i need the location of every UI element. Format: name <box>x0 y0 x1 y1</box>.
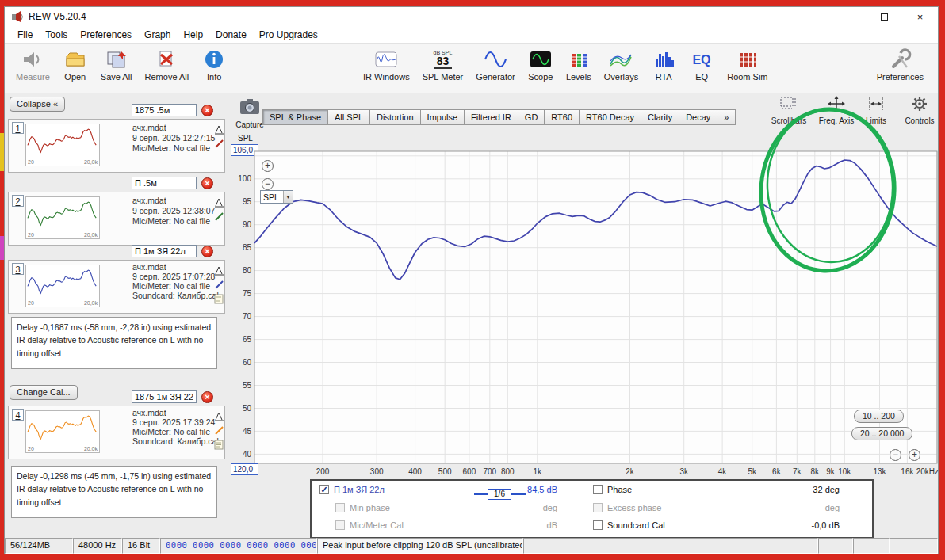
svg-text:200: 200 <box>316 467 330 476</box>
info-button[interactable]: Info <box>195 45 233 82</box>
tab-all-spl[interactable]: All SPL <box>328 109 370 125</box>
scope-button[interactable]: Scope <box>522 45 560 82</box>
menu-help[interactable]: Help <box>177 28 209 42</box>
spl-chart[interactable]: 4045505560657075808590951002003004005006… <box>229 141 939 482</box>
status-spacer <box>853 538 890 554</box>
menu-graph[interactable]: Graph <box>138 28 177 42</box>
status-spacer <box>818 538 853 554</box>
generator-button[interactable]: Generator <box>469 45 522 82</box>
room-sim-button[interactable]: Room Sim <box>721 45 774 82</box>
eq-button[interactable]: EQ EQ <box>683 45 721 82</box>
delete-measurement-button[interactable]: × <box>201 391 213 403</box>
ir-window-icon[interactable] <box>214 124 224 138</box>
menu-file[interactable]: File <box>11 28 39 42</box>
x-zoom-in-button[interactable]: + <box>909 449 920 461</box>
svg-text:3k: 3k <box>679 467 689 476</box>
tab-gd[interactable]: GD <box>518 109 545 125</box>
menu-donate[interactable]: Donate <box>209 28 253 42</box>
delete-measurement-button[interactable]: × <box>201 105 213 116</box>
excess-phase-checkbox[interactable] <box>593 503 603 512</box>
ir-window-icon[interactable] <box>214 410 224 425</box>
controls-button[interactable]: Controls <box>895 96 944 125</box>
measurement-name-input[interactable] <box>132 177 197 189</box>
trace-style-icon[interactable] <box>214 211 224 225</box>
measurement-thumbnail[interactable]: 2020,0k <box>25 265 100 307</box>
measurement-number: 3 <box>12 263 24 275</box>
measurement-name-input[interactable] <box>132 390 197 403</box>
save-all-button[interactable]: Save All <box>94 45 139 82</box>
x-zoom-out-button[interactable]: − <box>890 449 901 461</box>
min-phase-checkbox[interactable] <box>335 503 345 512</box>
ir-windows-button[interactable]: IR Windows <box>357 45 416 82</box>
tabs-overflow-button[interactable]: » <box>717 109 736 125</box>
open-button[interactable]: Open <box>56 45 94 82</box>
levels-button[interactable]: Levels <box>560 45 598 82</box>
delete-measurement-button[interactable]: × <box>201 246 213 257</box>
status-spacer <box>523 538 818 554</box>
tab-spl-phase[interactable]: SPL & Phase <box>262 109 328 125</box>
measurement-cal-status: Mic/Meter: No cal file <box>132 216 210 226</box>
measurement-item-3[interactable]: × 3 2020,0k ачх.mdat 9 серп. 2025 17:07:… <box>8 244 225 314</box>
measurement-thumbnail[interactable]: 2020,0k <box>25 410 100 453</box>
delete-measurement-button[interactable]: × <box>201 177 213 189</box>
preferences-button[interactable]: Preferences <box>870 45 930 82</box>
phase-checkbox[interactable] <box>593 485 603 494</box>
minimize-icon <box>845 17 853 17</box>
measurement-item-1[interactable]: × 1 2020,0k ачх.mdat 9 серп. 2025 12:27:… <box>8 103 225 173</box>
tab-filtered-ir[interactable]: Filtered IR <box>465 109 518 125</box>
notes-icon[interactable] <box>214 293 224 307</box>
measurement-thumbnail[interactable]: 2020,0k <box>25 124 100 166</box>
capture-button[interactable]: Capture <box>234 98 266 129</box>
x-axis-min-input[interactable] <box>231 463 258 475</box>
range-10-200-button[interactable]: 10 .. 200 <box>854 410 904 423</box>
title-bar[interactable]: REW V5.20.4 × <box>5 7 938 26</box>
soundcard-cal-row: Soundcard Cal <box>593 520 665 530</box>
svg-text:20: 20 <box>28 232 34 238</box>
sample-rate-status: 48000 Hz <box>73 538 122 554</box>
main-toolbar: Measure Open Save All Remove All <box>5 44 938 93</box>
trace-style-icon[interactable] <box>214 425 224 439</box>
minimize-button[interactable] <box>831 7 867 26</box>
menu-pro-upgrades[interactable]: Pro Upgrades <box>253 28 324 42</box>
measurement-name-input[interactable] <box>132 245 197 257</box>
tab-distortion[interactable]: Distortion <box>370 109 420 125</box>
scrollbars-button[interactable]: Scrollbars <box>764 96 813 125</box>
measurement-name-input[interactable] <box>132 104 197 116</box>
overlays-button[interactable]: Overlays <box>598 45 645 82</box>
menu-preferences[interactable]: Preferences <box>74 28 138 42</box>
svg-text:500: 500 <box>438 467 452 476</box>
measurement-visible-checkbox[interactable] <box>319 485 329 494</box>
tab-rt60[interactable]: RT60 <box>545 109 580 125</box>
range-20-20000-button[interactable]: 20 .. 20 000 <box>851 427 912 440</box>
tab-clarity[interactable]: Clarity <box>641 109 679 125</box>
tab-rt60-decay[interactable]: RT60 Decay <box>580 109 641 125</box>
ir-window-icon[interactable] <box>214 196 224 211</box>
svg-text:1k: 1k <box>534 467 543 476</box>
svg-text:20: 20 <box>28 159 34 165</box>
desktop-edge-right <box>939 0 945 560</box>
tab-impulse[interactable]: Impulse <box>421 109 465 125</box>
tab-decay[interactable]: Decay <box>679 109 717 125</box>
limits-button[interactable]: Limits <box>851 96 901 125</box>
menu-tools[interactable]: Tools <box>39 28 74 42</box>
measurement-item-2[interactable]: × 2 2020,0k ачх.mdat 9 серп. 2025 12:38:… <box>8 176 225 246</box>
measurement-thumbnail[interactable]: 2020,0k <box>25 196 100 239</box>
rta-button[interactable]: RTA <box>645 45 683 82</box>
zoom-in-button[interactable]: + <box>262 160 274 172</box>
trace-type-select[interactable]: SPL▼ <box>260 190 293 204</box>
soundcard-cal-checkbox[interactable] <box>593 520 603 530</box>
trace-style-icon[interactable] <box>214 279 224 293</box>
measure-button[interactable]: Measure <box>10 45 56 82</box>
mic-cal-checkbox[interactable] <box>335 520 345 530</box>
trace-style-icon[interactable] <box>214 138 224 152</box>
close-button[interactable]: × <box>902 7 938 26</box>
notes-icon[interactable] <box>214 439 224 453</box>
measurement-item-4[interactable]: × 4 2020,0k ачх.mdat 9 серп. 2025 17:39:… <box>8 390 225 459</box>
remove-all-button[interactable]: Remove All <box>139 45 196 82</box>
maximize-button[interactable] <box>867 7 902 26</box>
ir-window-icon[interactable] <box>214 265 224 279</box>
zoom-out-button[interactable]: − <box>262 178 274 190</box>
measurement-cal-status: Mic/Meter: No cal file <box>132 281 210 291</box>
svg-text:60: 60 <box>243 358 252 367</box>
spl-meter-button[interactable]: dB SPL83 SPL Meter <box>416 45 470 82</box>
